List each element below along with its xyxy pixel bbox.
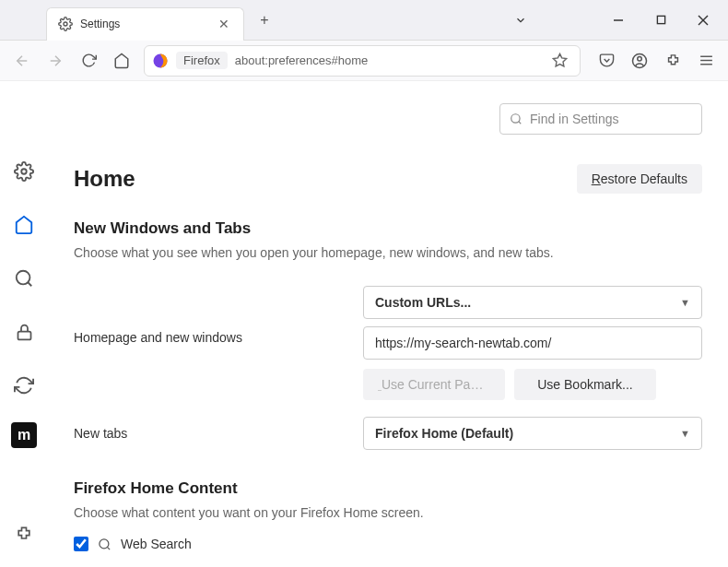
web-search-label: Web Search — [121, 537, 192, 551]
search-icon — [98, 537, 112, 551]
new-tab-button[interactable]: + — [252, 7, 277, 33]
search-icon — [510, 112, 523, 125]
content-area: m Find in Settings Home Restore Defaults… — [0, 81, 728, 567]
nav-bar: Firefox about:preferences#home — [0, 41, 728, 81]
window-close-button[interactable] — [682, 3, 724, 38]
section-desc-windows: Choose what you see when you open your h… — [74, 245, 702, 260]
tab-title: Settings — [80, 18, 208, 30]
chevron-down-icon: ▼ — [680, 297, 690, 308]
web-search-checkbox[interactable] — [74, 537, 88, 551]
newtabs-label: New tabs — [74, 426, 350, 441]
section-title-content: Firefox Home Content — [74, 479, 702, 498]
bookmark-star-icon[interactable] — [546, 48, 572, 74]
newtabs-select[interactable]: Firefox Home (Default) ▼ — [363, 417, 702, 450]
page-title: Home — [74, 166, 135, 192]
section-title-windows: New Windows and Tabs — [74, 219, 702, 238]
svg-line-19 — [519, 122, 522, 124]
url-bar[interactable]: Firefox about:preferences#home — [144, 45, 581, 77]
svg-point-18 — [511, 114, 520, 123]
sidebar-item-home[interactable] — [7, 208, 41, 242]
svg-rect-17 — [18, 331, 30, 339]
svg-point-14 — [21, 169, 27, 174]
svg-point-20 — [100, 538, 109, 548]
window-minimize-button[interactable] — [597, 3, 640, 38]
restore-defaults-button[interactable]: Restore Defaults — [577, 164, 702, 194]
list-tabs-button[interactable] — [499, 3, 542, 38]
sidebar-item-sync[interactable] — [7, 369, 41, 402]
window-controls — [499, 3, 724, 38]
svg-rect-2 — [657, 16, 664, 23]
pocket-button[interactable] — [592, 46, 621, 76]
sidebar-item-extensions[interactable] — [7, 517, 41, 550]
firefox-icon — [152, 53, 169, 69]
svg-marker-8 — [553, 53, 566, 65]
svg-point-0 — [64, 22, 67, 26]
reload-button[interactable] — [74, 46, 103, 76]
close-icon[interactable]: ✕ — [216, 16, 232, 32]
newtabs-value: Firefox Home (Default) — [375, 426, 513, 441]
chevron-down-icon: ▼ — [680, 428, 690, 439]
sidebar-item-general[interactable] — [7, 155, 41, 188]
homepage-url-input[interactable] — [363, 326, 702, 360]
svg-point-10 — [638, 56, 642, 61]
url-label: Firefox — [176, 52, 228, 69]
settings-panel: Find in Settings Home Restore Defaults N… — [48, 81, 728, 567]
svg-line-16 — [28, 282, 31, 286]
title-bar: Settings ✕ + — [0, 0, 728, 41]
gear-icon — [58, 17, 73, 31]
use-current-pages-button[interactable]: Use Current Pages — [363, 369, 505, 400]
find-in-settings-input[interactable]: Find in Settings — [499, 103, 702, 135]
section-desc-content: Choose what content you want on your Fir… — [74, 505, 702, 520]
homepage-mode-select[interactable]: Custom URLs... ▼ — [363, 286, 702, 319]
browser-tab[interactable]: Settings ✕ — [46, 7, 244, 41]
homepage-label: Homepage and new windows — [74, 286, 350, 345]
forward-button[interactable] — [41, 46, 70, 76]
homepage-mode-value: Custom URLs... — [375, 295, 471, 310]
sidebar-item-privacy[interactable] — [7, 315, 41, 348]
svg-line-21 — [107, 547, 110, 549]
extensions-button[interactable] — [658, 46, 687, 76]
find-placeholder: Find in Settings — [530, 112, 619, 126]
sidebar-item-search[interactable] — [7, 262, 41, 295]
sidebar-item-more[interactable]: m — [11, 422, 37, 448]
web-search-checkbox-row[interactable]: Web Search — [74, 537, 702, 551]
menu-button[interactable] — [691, 46, 721, 76]
home-button[interactable] — [107, 46, 136, 76]
window-maximize-button[interactable] — [640, 3, 682, 38]
svg-point-15 — [17, 271, 30, 285]
account-button[interactable] — [625, 46, 654, 76]
back-button[interactable] — [7, 46, 37, 76]
use-bookmark-button[interactable]: Use Bookmark... — [514, 369, 656, 400]
settings-sidebar: m — [0, 81, 48, 567]
url-text: about:preferences#home — [235, 53, 539, 67]
